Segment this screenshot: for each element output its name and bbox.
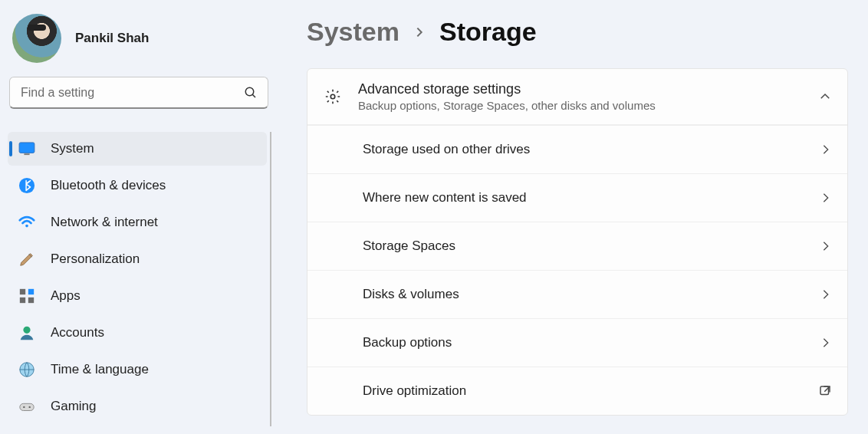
- svg-rect-17: [820, 386, 829, 395]
- row-label: Where new content is saved: [363, 190, 820, 205]
- svg-point-11: [23, 327, 30, 334]
- chevron-right-icon: [820, 143, 832, 156]
- breadcrumb-parent[interactable]: System: [307, 17, 399, 47]
- sidebar-item-network[interactable]: Network & internet: [8, 205, 267, 239]
- sidebar-item-bluetooth[interactable]: Bluetooth & devices: [8, 169, 267, 202]
- svg-rect-2: [19, 143, 35, 153]
- search: [9, 77, 268, 109]
- page-title: Storage: [439, 17, 537, 47]
- chevron-right-icon: [413, 24, 426, 41]
- sidebar-item-label: Bluetooth & devices: [51, 178, 166, 193]
- sidebar-item-label: Personalization: [51, 252, 140, 267]
- sidebar-item-label: Accounts: [51, 325, 104, 340]
- svg-point-0: [245, 87, 254, 96]
- wifi-icon: [18, 214, 35, 231]
- time-language-icon: [18, 361, 35, 378]
- svg-rect-4: [24, 153, 29, 155]
- svg-rect-13: [20, 403, 34, 410]
- row-storage-other-drives[interactable]: Storage used on other drives: [307, 125, 847, 173]
- svg-rect-10: [28, 298, 34, 303]
- avatar: [12, 14, 61, 63]
- advanced-storage-panel: Advanced storage settings Backup options…: [307, 68, 848, 416]
- sidebar: Pankil Shah System Bluetooth & devices: [0, 0, 276, 434]
- advanced-subtitle: Backup options, Storage Spaces, other di…: [358, 99, 801, 112]
- row-drive-optimization[interactable]: Drive optimization: [307, 367, 847, 415]
- sidebar-nav: System Bluetooth & devices Network & int…: [6, 129, 271, 426]
- sidebar-item-label: Apps: [51, 288, 81, 304]
- profile-name: Pankil Shah: [75, 31, 149, 46]
- system-icon: [18, 140, 35, 157]
- chevron-right-icon: [820, 240, 832, 252]
- row-label: Disks & volumes: [363, 287, 820, 302]
- accounts-icon: [18, 324, 35, 341]
- sidebar-item-label: System: [51, 141, 94, 156]
- svg-rect-9: [20, 298, 25, 303]
- svg-point-16: [330, 94, 335, 99]
- main: System Storage Advanced storage settings…: [276, 0, 868, 434]
- bluetooth-icon: [18, 177, 35, 194]
- gaming-icon: [18, 398, 35, 415]
- svg-line-1: [252, 94, 255, 97]
- row-label: Drive optimization: [363, 383, 818, 399]
- svg-point-15: [28, 406, 30, 408]
- sidebar-item-gaming[interactable]: Gaming: [8, 390, 267, 423]
- svg-point-6: [25, 225, 28, 228]
- search-input[interactable]: [9, 77, 268, 109]
- row-label: Backup options: [363, 335, 820, 350]
- sidebar-item-system[interactable]: System: [8, 132, 267, 166]
- gear-icon: [324, 88, 341, 105]
- sidebar-item-label: Network & internet: [51, 215, 158, 230]
- advanced-title: Advanced storage settings: [358, 81, 801, 97]
- search-icon: [244, 86, 258, 100]
- row-where-new-content[interactable]: Where new content is saved: [307, 173, 847, 222]
- chevron-up-icon: [818, 90, 832, 104]
- sidebar-item-label: Time & language: [51, 362, 149, 377]
- personalization-icon: [18, 251, 35, 268]
- svg-point-5: [19, 178, 35, 193]
- breadcrumb: System Storage: [307, 17, 848, 47]
- svg-point-14: [23, 406, 25, 408]
- sidebar-item-time-language[interactable]: Time & language: [8, 353, 267, 386]
- sidebar-item-label: Gaming: [51, 399, 97, 414]
- row-label: Storage used on other drives: [363, 142, 820, 157]
- apps-icon: [18, 288, 35, 304]
- advanced-storage-header[interactable]: Advanced storage settings Backup options…: [307, 69, 847, 125]
- sidebar-item-accounts[interactable]: Accounts: [8, 316, 267, 350]
- row-label: Storage Spaces: [363, 238, 820, 254]
- sidebar-item-personalization[interactable]: Personalization: [8, 242, 267, 276]
- chevron-right-icon: [820, 337, 832, 349]
- chevron-right-icon: [820, 192, 832, 204]
- profile[interactable]: Pankil Shah: [6, 8, 271, 77]
- svg-rect-8: [28, 289, 34, 294]
- row-storage-spaces[interactable]: Storage Spaces: [307, 222, 847, 270]
- row-backup-options[interactable]: Backup options: [307, 318, 847, 367]
- sidebar-item-apps[interactable]: Apps: [8, 279, 267, 313]
- row-disks-volumes[interactable]: Disks & volumes: [307, 270, 847, 318]
- external-link-icon: [818, 384, 832, 398]
- svg-rect-7: [20, 289, 25, 294]
- chevron-right-icon: [820, 288, 832, 301]
